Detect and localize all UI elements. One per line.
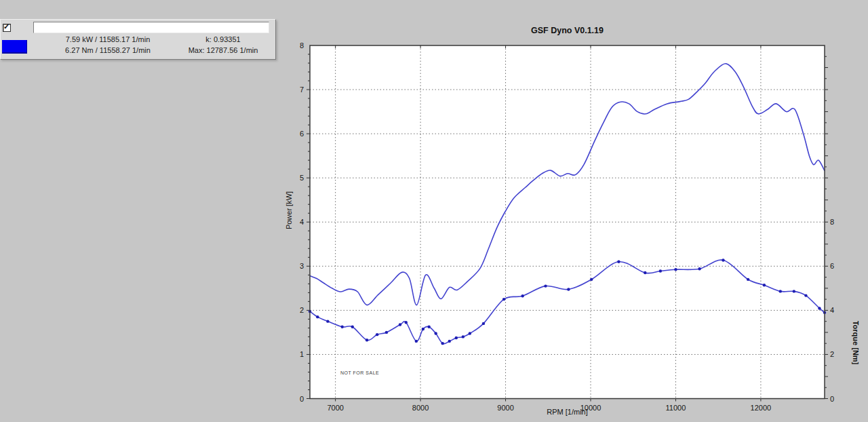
dyno-chart: 7000800090001000011000120000123456780246… [0,0,868,422]
y-left-tick-label: 7 [300,85,304,94]
torque-data-point [448,340,451,343]
torque-data-point [399,323,401,326]
torque-data-point [340,326,343,328]
y-left-tick-label: 4 [300,218,304,226]
not-for-sale-watermark: NOT FOR SALE [340,370,379,375]
torque-data-point [818,307,821,309]
torque-data-point [659,269,662,272]
torque-data-point [455,337,458,339]
torque-data-point [674,268,677,271]
torque-data-point [698,267,701,270]
torque-data-point [521,294,524,297]
y-left-tick-label: 0 [300,395,304,403]
torque-data-point [376,333,378,336]
torque-data-point [482,322,485,325]
y-axis-right-label: Torque [Nm] [852,321,860,365]
torque-data-point [567,288,570,290]
y-left-tick-label: 6 [300,130,304,138]
torque-data-point [434,332,437,334]
y-left-tick-label: 5 [300,174,304,182]
torque-data-point [422,328,425,330]
torque-data-point [415,340,418,343]
y-right-tick-label: 8 [830,218,834,226]
torque-data-point [469,332,471,334]
torque-data-point [441,342,444,345]
torque-data-point [747,278,749,281]
y-left-tick-label: 1 [300,350,304,358]
torque-data-point [427,326,430,328]
y-left-tick-label: 3 [300,262,304,270]
torque-data-point [804,294,807,296]
torque-data-point [590,278,593,281]
torque-data-point [351,326,354,328]
y-right-tick-label: 6 [830,262,834,270]
app-window: 7.59 kW / 11585.17 1/min k: 0.93351 6.27… [0,0,868,422]
torque-data-point [779,290,782,292]
torque-data-point [793,290,795,292]
torque-data-point [644,271,646,274]
y-right-tick-label: 2 [830,350,834,358]
torque-data-point [502,298,505,301]
torque-data-point [326,320,329,322]
torque-data-point [366,339,368,341]
torque-data-point [763,284,766,286]
y-axis-left-label: Power [kW] [285,191,293,229]
torque-data-point [316,315,319,318]
torque-data-point [617,261,620,263]
torque-data-point [385,331,388,334]
y-left-tick-label: 8 [300,41,304,50]
torque-data-point [462,335,465,338]
chart-title: GSF Dyno V0.1.19 [310,26,825,35]
torque-data-point [544,284,547,287]
torque-data-point [722,258,724,261]
y-right-tick-label: 4 [830,306,834,314]
x-axis-label: RPM [1/min] [310,408,825,416]
y-left-tick-label: 2 [300,306,304,314]
y-right-tick-label: 0 [830,395,834,403]
torque-data-point [405,321,408,324]
